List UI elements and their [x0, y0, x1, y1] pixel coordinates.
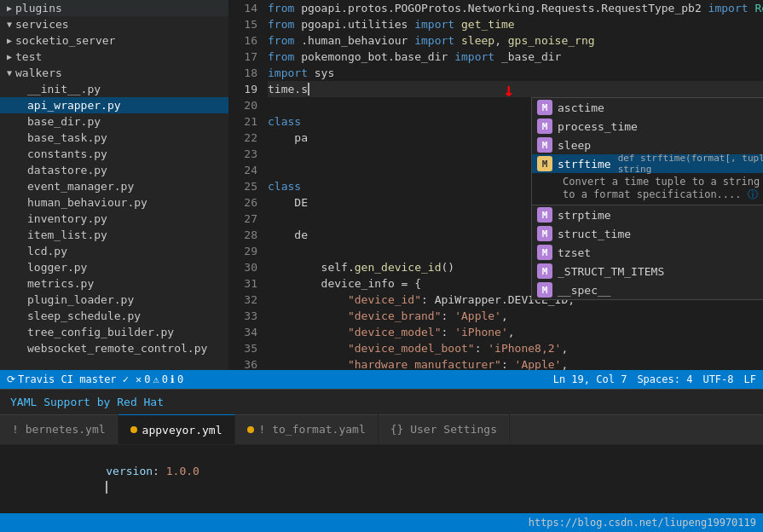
sidebar-file-plugin-loader[interactable]: plugin_loader.py: [0, 292, 228, 308]
autocomplete-item-struct-time[interactable]: M struct_time: [532, 224, 763, 243]
status-bar-left: ⟳ Travis CI master ✓ ✕ 0 ⚠ 0 ℹ 0: [7, 373, 183, 385]
sidebar-label: test: [15, 50, 42, 63]
error-status[interactable]: ✕ 0 ⚠ 0 ℹ 0: [136, 373, 183, 385]
autocomplete-item-process-time[interactable]: M process_time: [532, 117, 763, 136]
line-num: 27: [228, 211, 257, 227]
sidebar-label: plugins: [15, 2, 62, 14]
code-line: "device_model_boot": 'iPhone8,2',: [268, 340, 763, 356]
warning-count: 0: [162, 373, 168, 385]
collapse-arrow: ▶: [7, 3, 12, 13]
sidebar-file-metrics[interactable]: metrics.py: [0, 275, 228, 292]
sidebar-file-inventory[interactable]: inventory.py: [0, 211, 228, 227]
code-line: "hardware_manufacturer": 'Apple',: [268, 356, 763, 370]
autocomplete-detail: def strftime(format[, tuple]) -> string: [618, 153, 763, 175]
autocomplete-item-asctime[interactable]: M asctime: [532, 98, 763, 117]
sidebar-file-base-task[interactable]: base_task.py: [0, 130, 228, 146]
sidebar: ▶ plugins ▼ services ▶ socketio_server ▶…: [0, 0, 228, 370]
file-label: tree_config_builder.py: [27, 326, 174, 338]
sidebar-label: socketio_server: [15, 34, 115, 47]
file-label: websocket_remote_control.py: [27, 342, 207, 355]
line-num: 34: [228, 324, 257, 340]
autocomplete-item-sleep[interactable]: M sleep: [532, 136, 763, 154]
sidebar-item-plugins[interactable]: ▶ plugins: [0, 0, 228, 16]
cursor-position: Ln 19, Col 7: [553, 373, 627, 385]
second-code-content: version: 1.0.0: [36, 447, 763, 512]
file-label: plugin_loader.py: [27, 293, 134, 306]
line-num: 26: [228, 194, 257, 211]
autocomplete-item-tzset[interactable]: M tzset: [532, 243, 763, 262]
warning-icon: ⚠: [153, 373, 159, 385]
line-num-active: 19: [228, 81, 257, 97]
sidebar-item-walkers[interactable]: ▼ walkers: [0, 65, 228, 81]
line-num: 21: [228, 113, 257, 130]
sidebar-file-base-dir[interactable]: base_dir.py: [0, 113, 228, 130]
code-line: import sys: [268, 65, 763, 81]
tab-label: {} User Settings: [390, 423, 497, 436]
tab-kubernetes[interactable]: ! bernetes.yml: [0, 414, 118, 444]
autocomplete-label: asctime: [558, 101, 763, 114]
sidebar-file-lcd[interactable]: lcd.py: [0, 243, 228, 259]
line-num: 18: [228, 65, 257, 81]
method-icon: M: [537, 263, 552, 279]
close-icon: ✕: [136, 373, 142, 385]
file-label: inventory.py: [27, 212, 107, 225]
method-icon: M: [537, 119, 552, 134]
autocomplete-item-strptime[interactable]: M strptime: [532, 205, 763, 224]
line-num: 15: [228, 16, 257, 32]
autocomplete-label: strptime: [558, 209, 763, 222]
file-label: logger.py: [27, 261, 87, 274]
sidebar-file-logger[interactable]: logger.py: [0, 259, 228, 275]
line-ending: LF: [744, 373, 756, 385]
second-line-numbers: [0, 447, 36, 512]
code-line: from pgoapi.utilities import get_time: [268, 16, 763, 32]
file-label: item_list.py: [27, 228, 107, 241]
bottom-status-bar: https://blog.csdn.net/liupeng19970119: [0, 513, 763, 532]
method-icon: M: [537, 207, 552, 223]
main-container: ▶ plugins ▼ services ▶ socketio_server ▶…: [0, 0, 763, 532]
line-num: 31: [228, 275, 257, 292]
git-icon: ⟳: [7, 373, 15, 385]
modified-dot: [247, 426, 254, 433]
tab-appveyor[interactable]: appveyor.yml: [118, 414, 235, 444]
error-count: 0: [144, 373, 150, 385]
editor-area: ▶ plugins ▼ services ▶ socketio_server ▶…: [0, 0, 763, 370]
sidebar-file-datastore[interactable]: datastore.py: [0, 162, 228, 178]
sidebar-file-api-wrapper[interactable]: api_wrapper.py: [0, 97, 228, 113]
line-num: 16: [228, 32, 257, 49]
sidebar-file-constants[interactable]: constants.py: [0, 146, 228, 162]
autocomplete-item-struct-tm[interactable]: M _STRUCT_TM_ITEMS: [532, 262, 763, 280]
encoding: UTF-8: [702, 373, 733, 385]
autocomplete-label: __spec__: [558, 284, 763, 297]
info-count: 0: [177, 373, 183, 385]
extension-bar[interactable]: YAML Support by Red Hat: [0, 389, 763, 414]
tab-label: ! bernetes.yml: [12, 423, 106, 436]
sidebar-file-websocket[interactable]: websocket_remote_control.py: [0, 340, 228, 356]
sidebar-file-tree-config[interactable]: tree_config_builder.py: [0, 324, 228, 340]
method-icon: M: [537, 100, 552, 115]
line-num: 35: [228, 340, 257, 356]
func-icon: M: [537, 156, 552, 171]
sidebar-file-event-manager[interactable]: event_manager.py: [0, 178, 228, 194]
tab-to-format[interactable]: ! to_format.yaml: [235, 414, 379, 444]
code-editor[interactable]: 14 15 16 17 18 19 20 21 22 23 24 25 26 2…: [228, 0, 763, 370]
line-num: 24: [228, 162, 257, 178]
autocomplete-label: process_time: [558, 120, 763, 133]
sidebar-item-services[interactable]: ▼ services: [0, 16, 228, 32]
sidebar-file-item-list[interactable]: item_list.py: [0, 227, 228, 243]
sidebar-item-socketio[interactable]: ▶ socketio_server: [0, 32, 228, 49]
line-num: 32: [228, 292, 257, 308]
sidebar-file-human-behaviour[interactable]: human_behaviour.py: [0, 194, 228, 211]
tab-user-settings[interactable]: {} User Settings: [379, 414, 510, 444]
sidebar-item-test[interactable]: ▶ test: [0, 49, 228, 65]
second-editor: ! bernetes.yml appveyor.yml ! to_format.…: [0, 414, 763, 513]
autocomplete-item-strftime[interactable]: M strftime def strftime(format[, tuple])…: [532, 154, 763, 173]
sidebar-file-sleep-schedule[interactable]: sleep_schedule.py: [0, 308, 228, 324]
autocomplete-item-spec[interactable]: M __spec__: [532, 280, 763, 299]
collapse-arrow: ▶: [7, 36, 12, 45]
sidebar-file-init[interactable]: __init__.py: [0, 81, 228, 97]
git-status[interactable]: ⟳ Travis CI master ✓: [7, 373, 129, 385]
tab-label: appveyor.yml: [142, 424, 223, 437]
autocomplete-dropdown[interactable]: M asctime M process_time M sleep M strft…: [531, 97, 763, 300]
file-label: human_behaviour.py: [27, 196, 147, 209]
sidebar-label: services: [15, 18, 69, 31]
